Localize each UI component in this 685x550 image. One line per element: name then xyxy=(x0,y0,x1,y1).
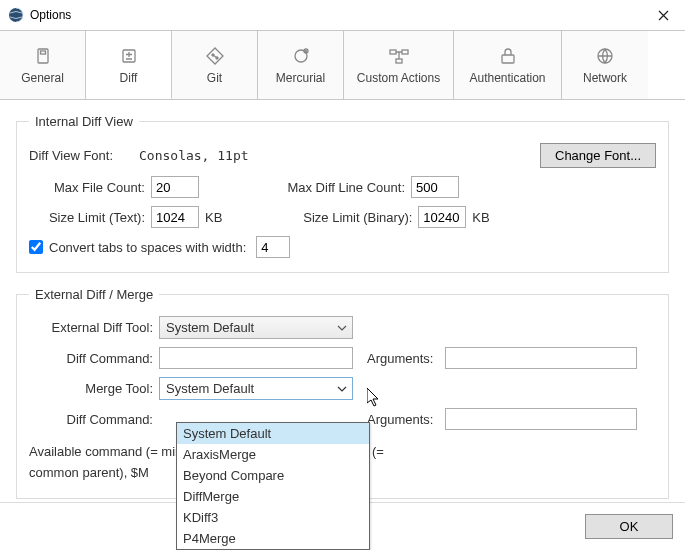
titlebar: Options xyxy=(0,0,685,30)
network-icon xyxy=(594,45,616,67)
diff-icon xyxy=(118,45,140,67)
diff-cmd1-label: Diff Command: xyxy=(29,351,153,366)
svg-rect-9 xyxy=(390,50,396,54)
args1-input[interactable] xyxy=(445,347,637,369)
merge-tool-dropdown[interactable]: System Default AraxisMerge Beyond Compar… xyxy=(176,422,370,550)
tab-width-input[interactable] xyxy=(256,236,290,258)
tab-label: General xyxy=(21,71,64,85)
args2-label: Arguments: xyxy=(367,412,433,427)
tab-label: Custom Actions xyxy=(357,71,440,85)
diff-tool-label: External Diff Tool: xyxy=(29,320,153,335)
diff-panel: Internal Diff View Diff View Font: Conso… xyxy=(0,100,685,499)
dropdown-option[interactable]: AraxisMerge xyxy=(177,444,369,465)
custom-actions-icon xyxy=(388,45,410,67)
close-button[interactable] xyxy=(641,0,685,30)
tab-git[interactable]: Git xyxy=(172,31,258,99)
args2-input[interactable] xyxy=(445,408,637,430)
merge-tool-label: Merge Tool: xyxy=(29,381,153,396)
internal-diff-fieldset: Internal Diff View Diff View Font: Conso… xyxy=(16,114,669,273)
tab-general[interactable]: General xyxy=(0,31,86,99)
external-diff-fieldset: External Diff / Merge External Diff Tool… xyxy=(16,287,669,499)
window-title: Options xyxy=(30,8,71,22)
merge-tool-value: System Default xyxy=(166,381,254,396)
kb-unit-binary: KB xyxy=(472,210,489,225)
tab-authentication[interactable]: Authentication xyxy=(454,31,562,99)
dropdown-option[interactable]: DiffMerge xyxy=(177,486,369,507)
chevron-down-icon xyxy=(336,322,348,334)
convert-tabs-checkbox[interactable] xyxy=(29,240,43,254)
change-font-button[interactable]: Change Font... xyxy=(540,143,656,168)
svg-point-8 xyxy=(305,50,306,51)
tab-network[interactable]: Network xyxy=(562,31,648,99)
external-legend: External Diff / Merge xyxy=(29,287,159,302)
svg-rect-12 xyxy=(502,55,514,63)
ok-button[interactable]: OK xyxy=(585,514,673,539)
tab-label: Authentication xyxy=(469,71,545,85)
tab-label: Diff xyxy=(120,71,138,85)
tab-custom-actions[interactable]: Custom Actions xyxy=(344,31,454,99)
general-icon xyxy=(32,45,54,67)
git-icon xyxy=(204,45,226,67)
svg-rect-10 xyxy=(402,50,408,54)
font-value: Consolas, 11pt xyxy=(139,148,249,163)
size-limit-text-input[interactable] xyxy=(151,206,199,228)
dropdown-option[interactable]: P4Merge xyxy=(177,528,369,549)
dropdown-option[interactable]: Beyond Compare xyxy=(177,465,369,486)
tab-label: Git xyxy=(207,71,222,85)
size-limit-binary-input[interactable] xyxy=(418,206,466,228)
internal-legend: Internal Diff View xyxy=(29,114,139,129)
tab-label: Network xyxy=(583,71,627,85)
svg-rect-2 xyxy=(40,51,45,54)
tabstrip: General Diff Git Mercurial Custom Action… xyxy=(0,30,685,100)
merge-tool-select[interactable]: System Default xyxy=(159,377,353,400)
kb-unit-text: KB xyxy=(205,210,222,225)
mercurial-icon xyxy=(290,45,312,67)
tab-diff[interactable]: Diff xyxy=(86,31,172,99)
diff-cmd1-input[interactable] xyxy=(159,347,353,369)
diff-tool-select[interactable]: System Default xyxy=(159,316,353,339)
size-limit-binary-label: Size Limit (Binary): xyxy=(228,210,412,225)
diff-cmd2-label: Diff Command: xyxy=(29,412,153,427)
max-file-count-label: Max File Count: xyxy=(29,180,145,195)
tab-label: Mercurial xyxy=(276,71,325,85)
app-icon xyxy=(8,7,24,23)
dropdown-option[interactable]: KDiff3 xyxy=(177,507,369,528)
size-limit-text-label: Size Limit (Text): xyxy=(29,210,145,225)
max-diff-line-input[interactable] xyxy=(411,176,459,198)
svg-rect-11 xyxy=(396,59,402,63)
lock-icon xyxy=(497,45,519,67)
args1-label: Arguments: xyxy=(367,351,433,366)
convert-tabs-label: Convert tabs to spaces with width: xyxy=(49,240,246,255)
max-diff-line-label: Max Diff Line Count: xyxy=(199,180,405,195)
max-file-count-input[interactable] xyxy=(151,176,199,198)
diff-tool-value: System Default xyxy=(166,320,254,335)
tab-mercurial[interactable]: Mercurial xyxy=(258,31,344,99)
font-label: Diff View Font: xyxy=(29,148,133,163)
dropdown-option[interactable]: System Default xyxy=(177,423,369,444)
chevron-down-icon xyxy=(336,383,348,395)
